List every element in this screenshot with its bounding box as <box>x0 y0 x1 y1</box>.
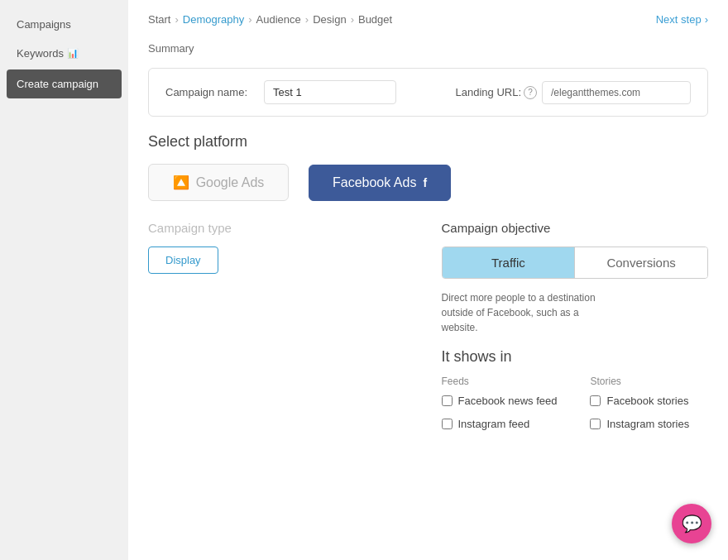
campaign-name-label: Campaign name: <box>165 86 247 98</box>
main-content: Start › Demography › Audience › Design ›… <box>128 0 728 560</box>
facebook-ads-label: Facebook Ads <box>333 175 416 190</box>
facebook-news-feed-item: Facebook news feed <box>442 394 558 409</box>
select-platform-title: Select platform <box>148 133 708 151</box>
instagram-feed-label: Instagram feed <box>458 417 530 432</box>
landing-url-label: Landing URL: ? <box>456 86 538 99</box>
google-ads-label: Google Ads <box>196 175 265 190</box>
breadcrumb-budget: Budget <box>358 13 392 26</box>
next-step-button[interactable]: Next step › <box>656 13 708 26</box>
shows-in-grid: Feeds Facebook news feed Instagram feed … <box>442 376 709 440</box>
objective-toggle: Traffic Conversions <box>442 246 709 279</box>
breadcrumb-sep-2: › <box>248 13 251 26</box>
platform-row: 🔼 Google Ads Facebook Ads f <box>148 164 708 201</box>
chat-icon: 💬 <box>682 514 702 534</box>
campaign-name-input[interactable] <box>264 80 396 104</box>
campaign-type-title: Campaign type <box>148 221 415 235</box>
breadcrumb-audience: Audience <box>256 13 301 26</box>
traffic-button[interactable]: Traffic <box>443 247 576 278</box>
two-col-section: Campaign type Display Campaign objective… <box>148 221 708 440</box>
facebook-news-feed-label: Facebook news feed <box>458 394 558 409</box>
breadcrumb: Start › Demography › Audience › Design ›… <box>148 13 708 26</box>
facebook-stories-label: Facebook stories <box>606 394 688 409</box>
facebook-news-feed-checkbox[interactable] <box>442 395 453 406</box>
sidebar-item-campaigns-label: Campaigns <box>17 18 71 31</box>
sidebar-item-keywords-label: Keywords <box>17 47 64 60</box>
breadcrumb-sep-4: › <box>351 13 354 26</box>
campaign-type-buttons: Display <box>148 246 415 274</box>
campaign-objective-title: Campaign objective <box>442 221 709 235</box>
facebook-stories-item: Facebook stories <box>590 394 689 409</box>
display-type-button[interactable]: Display <box>148 246 218 274</box>
next-step-label: Next step <box>656 13 702 26</box>
instagram-stories-checkbox[interactable] <box>590 419 601 429</box>
keywords-icon: 📊 <box>67 48 79 59</box>
shows-in-title: It shows in <box>442 348 709 366</box>
stories-col: Stories Facebook stories Instagram stori… <box>590 376 689 440</box>
facebook-ads-button[interactable]: Facebook Ads f <box>309 165 451 201</box>
facebook-stories-checkbox[interactable] <box>590 395 601 406</box>
sidebar-item-create-campaign[interactable]: Create campaign <box>7 69 122 98</box>
breadcrumb-demography: Demography <box>183 13 244 26</box>
landing-url-group: Landing URL: ? <box>456 81 692 104</box>
conversions-button[interactable]: Conversions <box>575 247 707 278</box>
sidebar-item-create-campaign-label: Create campaign <box>17 78 98 90</box>
feeds-col: Feeds Facebook news feed Instagram feed <box>442 376 558 440</box>
google-ads-icon: 🔼 <box>173 175 189 190</box>
sidebar-item-keywords[interactable]: Keywords 📊 <box>0 39 128 68</box>
chat-bubble-button[interactable]: 💬 <box>672 504 711 543</box>
campaign-type-section: Campaign type Display <box>148 221 415 440</box>
campaign-header: Campaign name: Landing URL: ? <box>148 68 708 117</box>
instagram-feed-item: Instagram feed <box>442 417 558 432</box>
campaign-objective-section: Campaign objective Traffic Conversions D… <box>442 221 709 440</box>
next-step-arrow-icon: › <box>705 13 708 26</box>
stories-label: Stories <box>590 376 689 387</box>
objective-description: Direct more people to a destination outs… <box>442 290 607 335</box>
sidebar: Campaigns Keywords 📊 Create campaign <box>0 0 128 560</box>
google-ads-button[interactable]: 🔼 Google Ads <box>148 164 289 201</box>
breadcrumb-sep-1: › <box>175 13 178 26</box>
help-icon[interactable]: ? <box>524 86 537 99</box>
breadcrumb-start: Start <box>148 13 170 26</box>
facebook-icon: f <box>423 176 427 189</box>
breadcrumb-design: Design <box>313 13 346 26</box>
landing-url-label-text: Landing URL: <box>456 86 522 98</box>
breadcrumb-sep-3: › <box>305 13 309 26</box>
instagram-stories-item: Instagram stories <box>590 417 689 432</box>
instagram-feed-checkbox[interactable] <box>442 419 453 429</box>
feeds-label: Feeds <box>442 376 558 387</box>
sidebar-item-campaigns[interactable]: Campaigns <box>0 10 128 39</box>
instagram-stories-label: Instagram stories <box>606 417 689 432</box>
breadcrumb-summary: Summary <box>148 42 708 55</box>
landing-url-input[interactable] <box>542 81 691 104</box>
